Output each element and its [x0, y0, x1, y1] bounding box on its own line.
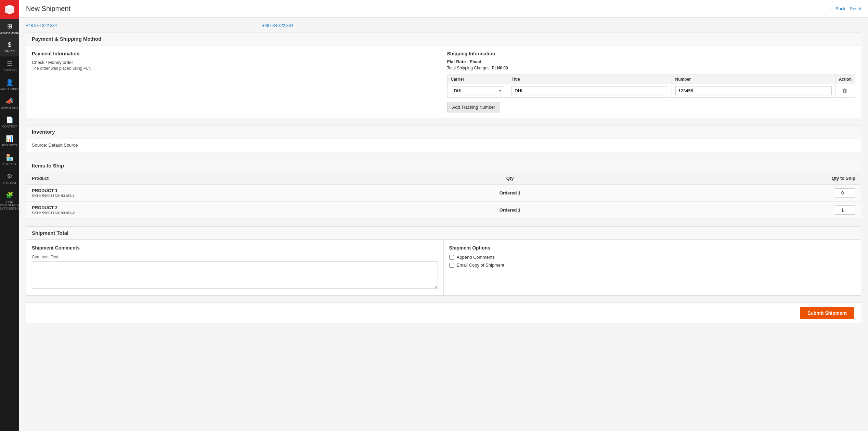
shipping-charges: Total Shipping Charges: PLN0.00	[447, 66, 856, 70]
product-sku-2: SKU: 59001160193183-2	[32, 211, 394, 215]
qty-ordered-1: Ordered 1	[500, 190, 520, 196]
sidebar-item-label: SALES	[4, 50, 14, 53]
main-content: New Shipment ← Back Reset +48 034 322 33…	[19, 0, 868, 431]
items-group-header-1: PRODUCT 1 SKU: 59001160193183-1 Ordered …	[26, 185, 861, 202]
sidebar-item-label: STORES	[3, 162, 16, 166]
product-col-1: PRODUCT 1 SKU: 59001160193183-1	[26, 185, 399, 202]
stores-icon: 🏪	[6, 154, 13, 161]
shipping-rate: Flat Rate - Fixed	[447, 59, 856, 64]
email-copy-checkbox[interactable]	[449, 263, 454, 268]
tracking-title-input[interactable]	[511, 86, 668, 95]
qty-ship-col-2	[621, 202, 861, 219]
submit-shipment-button[interactable]: Submit Shipment	[800, 307, 854, 319]
sidebar-item-label: CONTENT	[2, 125, 17, 128]
delete-tracking-button[interactable]: 🗑	[842, 88, 848, 94]
shipment-comments-col: Shipment Comments Comment Text	[26, 240, 444, 295]
qty-ship-input-2[interactable]	[835, 205, 855, 215]
append-comments-label[interactable]: Append Comments	[457, 255, 495, 260]
items-col-qty-ship: Qty to Ship	[621, 172, 861, 185]
sidebar-item-dashboard[interactable]: ⊞ DASHBOARD	[0, 19, 19, 38]
comments-title: Shipment Comments	[32, 245, 438, 251]
tracking-col-title: Title	[508, 75, 672, 84]
reset-button[interactable]: Reset	[850, 6, 861, 11]
sidebar-item-catalog[interactable]: ☰ CATALOG	[0, 56, 19, 75]
sidebar-item-label: CATALOG	[2, 68, 17, 72]
items-col-product: Product	[26, 172, 399, 185]
tracking-number-cell	[672, 84, 835, 98]
product-sku-1: SKU: 59001160193183-1	[32, 194, 394, 198]
page-content: +48 034 322 334 +48 034 322 334 Payment …	[19, 18, 868, 431]
product-col-2: PRODUCT 2 SKU: 59001160193183-2	[26, 202, 399, 219]
sidebar-item-system[interactable]: ⚙ SYSTEM	[0, 169, 19, 188]
catalog-icon: ☰	[7, 60, 12, 67]
payment-shipping-columns: Payment Information Check / Money order …	[32, 51, 855, 112]
qty-col-1: Ordered 1	[399, 185, 621, 202]
items-table: Product Qty Qty to Ship PRODUCT 1 SKU: 5…	[26, 172, 861, 219]
tracking-action-cell: 🗑	[835, 84, 855, 98]
shipping-info-col: Shipping Information Flat Rate - Fixed T…	[447, 51, 856, 112]
submit-bar: Submit Shipment	[26, 302, 861, 323]
payment-info-title: Payment Information	[32, 51, 440, 56]
qty-ordered-2: Ordered 1	[500, 207, 520, 213]
sidebar-item-marketing[interactable]: 📣 MARKETING	[0, 94, 19, 113]
tracking-col-carrier: Carrier	[447, 75, 508, 84]
carrier-select-wrapper: DHL UPS FedEx USPS Other	[451, 86, 505, 95]
carrier-select[interactable]: DHL UPS FedEx USPS Other	[451, 86, 505, 95]
sidebar-item-stores[interactable]: 🏪 STORES	[0, 150, 19, 169]
logo	[0, 0, 19, 19]
sidebar-item-partners[interactable]: 🧩 FIND PARTNERS & EXTENSIONS	[0, 188, 19, 214]
sidebar-item-label: DASHBOARD	[0, 31, 20, 35]
sidebar-item-label: CUSTOMERS	[0, 87, 20, 91]
system-icon: ⚙	[7, 173, 12, 180]
dashboard-icon: ⊞	[7, 23, 12, 30]
tracking-carrier-cell: DHL UPS FedEx USPS Other	[447, 84, 508, 98]
qty-ship-input-1[interactable]	[835, 188, 855, 198]
partners-icon: 🧩	[6, 191, 13, 199]
shipping-info-title: Shipping Information	[447, 51, 856, 56]
content-icon: 📄	[6, 116, 13, 124]
tracking-table: Carrier Title Number Action	[447, 75, 856, 98]
header-actions: ← Back Reset	[830, 6, 861, 11]
shipment-options-col: Shipment Options Append Comments Email C…	[444, 240, 861, 295]
append-comments-row: Append Comments	[449, 255, 856, 260]
payment-shipping-section: Payment & Shipping Method Payment Inform…	[26, 32, 861, 118]
items-group-header-2: PRODUCT 2 SKU: 59001160193183-2 Ordered …	[26, 202, 861, 219]
comment-label: Comment Text	[32, 255, 438, 259]
options-title: Shipment Options	[449, 245, 856, 251]
add-tracking-button[interactable]: Add Tracking Number	[447, 102, 501, 112]
phone-link-left[interactable]: +48 034 322 334	[26, 23, 57, 28]
sidebar-item-sales[interactable]: $ SALES	[0, 38, 19, 56]
qty-ship-col-1	[621, 185, 861, 202]
page-header: New Shipment ← Back Reset	[19, 0, 868, 18]
tracking-number-input[interactable]	[675, 86, 832, 95]
marketing-icon: 📣	[6, 97, 13, 105]
inventory-header: Inventory	[26, 125, 861, 138]
qty-col-2: Ordered 1	[399, 202, 621, 219]
items-header: Items to Ship	[26, 159, 861, 172]
phone-link-right[interactable]: +48 034 322 334	[262, 23, 293, 28]
page-title: New Shipment	[26, 5, 70, 13]
sidebar-item-content[interactable]: 📄 CONTENT	[0, 113, 19, 132]
payment-note: The order was placed using PLN.	[32, 66, 440, 71]
product-name-2: PRODUCT 2	[32, 205, 394, 210]
shipment-total-section: Shipment Total Shipment Comments Comment…	[26, 226, 861, 296]
shipment-total-header: Shipment Total	[26, 226, 861, 240]
sidebar-item-reports[interactable]: 📊 REPORTS	[0, 132, 19, 150]
tracking-title-cell	[508, 84, 672, 98]
customers-icon: 👤	[6, 79, 13, 86]
sidebar-item-label: FIND PARTNERS & EXTENSIONS	[0, 200, 20, 210]
tracking-col-action: Action	[835, 75, 855, 84]
comments-options-row: Shipment Comments Comment Text Shipment …	[26, 240, 861, 295]
sidebar-item-customers[interactable]: 👤 CUSTOMERS	[0, 75, 19, 94]
back-button[interactable]: ← Back	[830, 6, 845, 11]
product-name-1: PRODUCT 1	[32, 188, 394, 193]
email-copy-label[interactable]: Email Copy of Shipment	[457, 262, 504, 268]
payment-info-col: Payment Information Check / Money order …	[32, 51, 440, 112]
append-comments-checkbox[interactable]	[449, 255, 454, 260]
inventory-source: Source: Default Source	[26, 138, 861, 152]
items-col-qty: Qty	[399, 172, 621, 185]
payment-shipping-body: Payment Information Check / Money order …	[26, 45, 861, 118]
reports-icon: 📊	[6, 135, 13, 143]
comment-textarea[interactable]	[32, 261, 438, 289]
sales-icon: $	[8, 41, 11, 49]
